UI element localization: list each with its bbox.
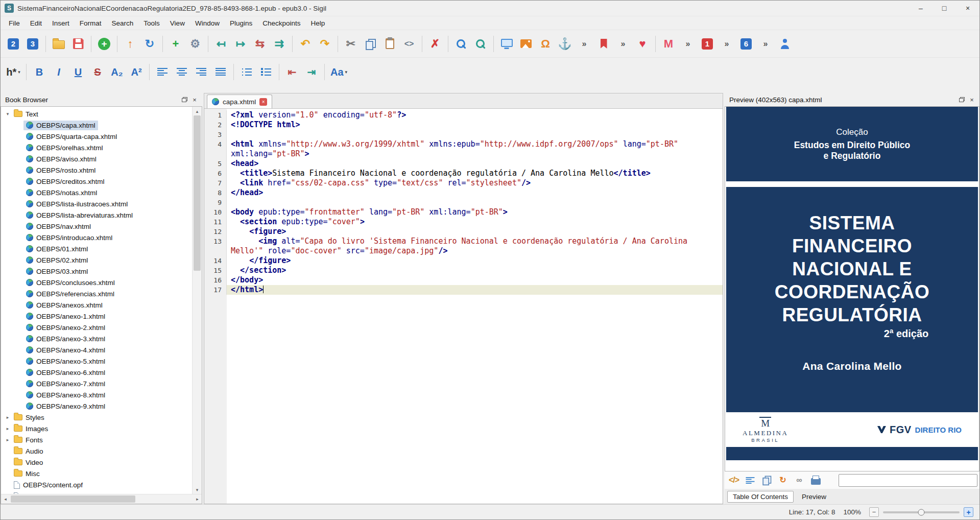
code-text[interactable]: <link href="css/02-capa.css" type="text/…: [227, 178, 723, 188]
tree-folder-fonts[interactable]: ▸Fonts: [1, 434, 192, 445]
preview-find-input[interactable]: [839, 474, 977, 487]
heading-style-button[interactable]: h*▾: [4, 61, 23, 83]
tree-item[interactable]: OEBPS/capa.xhtml: [1, 120, 192, 131]
align-left-button[interactable]: [153, 61, 172, 83]
epub3-button[interactable]: 3: [23, 33, 42, 55]
copy-page-button[interactable]: [759, 473, 774, 487]
menu-plugins[interactable]: Plugins: [225, 17, 257, 29]
anchor-button[interactable]: ⚓: [555, 33, 575, 55]
zoom-slider[interactable]: [883, 511, 960, 513]
zoom-slider-handle[interactable]: [918, 509, 925, 515]
tab-capa-xhtml[interactable]: capa.xhtml ×: [207, 94, 272, 108]
menu-edit[interactable]: Edit: [25, 17, 47, 29]
maximize-button[interactable]: □: [933, 1, 956, 16]
inspect-button[interactable]: </>: [727, 473, 741, 487]
tree-item[interactable]: OEBPS/notas.xhtml: [1, 187, 192, 198]
find-replace-button[interactable]: [471, 33, 490, 55]
tree-item[interactable]: OEBPS/01.xhtml: [1, 243, 192, 254]
code-text[interactable]: [227, 130, 723, 139]
delete-button[interactable]: ✗: [425, 33, 445, 55]
code-text[interactable]: <head>: [227, 159, 723, 169]
numbered-list-button[interactable]: [256, 61, 276, 83]
code-text[interactable]: </head>: [227, 188, 723, 198]
special-characters-button[interactable]: Ω: [536, 33, 555, 55]
tree-horizontal-scrollbar[interactable]: ◂ ▸: [1, 494, 202, 504]
print-button[interactable]: [808, 473, 823, 487]
split-at-markers-button[interactable]: ⇉: [270, 33, 289, 55]
tab-preview[interactable]: Preview: [796, 491, 832, 503]
tree-item[interactable]: OEBPS/anexo-8.xhtml: [1, 389, 192, 400]
float-panel-icon[interactable]: [957, 95, 967, 104]
refresh-button[interactable]: ↻: [776, 473, 790, 487]
italic-button[interactable]: I: [49, 61, 68, 83]
mail-plugin-button[interactable]: M: [659, 33, 678, 55]
code-text[interactable]: </body>: [227, 275, 723, 285]
tree-item[interactable]: OEBPS/content.opf: [1, 479, 192, 490]
zoom-in-button[interactable]: +: [964, 507, 973, 517]
tree-item[interactable]: OEBPS/03.xhtml: [1, 266, 192, 277]
tree-item[interactable]: OEBPS/referencias.xhtml: [1, 288, 192, 299]
menu-view[interactable]: View: [165, 17, 190, 29]
tree-item[interactable]: OEBPS/quarta-capa.xhtml: [1, 131, 192, 142]
insert-plus-button[interactable]: +: [166, 33, 185, 55]
menu-search[interactable]: Search: [107, 17, 139, 29]
insert-image-button[interactable]: [516, 33, 536, 55]
tree-folder-styles[interactable]: ▸Styles: [1, 412, 192, 423]
tree-item[interactable]: OEBPS/rosto.xhtml: [1, 164, 192, 176]
tree-vertical-scrollbar[interactable]: ▴ ▾: [192, 107, 202, 494]
menu-format[interactable]: Format: [75, 17, 107, 29]
close-panel-icon[interactable]: ×: [189, 95, 200, 104]
code-text[interactable]: <?xml version="1.0" encoding="utf-8"?>: [227, 110, 723, 120]
tree-item[interactable]: OEBPS/introducao.xhtml: [1, 232, 192, 243]
tree-item[interactable]: OEBPS/lista-ilustracoes.xhtml: [1, 198, 192, 209]
tree-item[interactable]: OEBPS/conclusoes.xhtml: [1, 277, 192, 288]
tab-close-icon[interactable]: ×: [259, 98, 267, 106]
minimize-button[interactable]: –: [909, 1, 933, 16]
scrollbar-thumb[interactable]: [194, 115, 201, 271]
bullet-list-button[interactable]: [237, 61, 256, 83]
scroll-right-icon[interactable]: ▸: [193, 494, 202, 504]
code-text[interactable]: <html xmlns="http://www.w3.org/1999/xhtm…: [227, 139, 723, 159]
preview-window-button[interactable]: [497, 33, 516, 55]
tree-item[interactable]: OEBPS/nav.xhtml: [1, 221, 192, 232]
toolbar-overflow-button[interactable]: »: [756, 33, 775, 55]
code-view-button[interactable]: <>: [399, 33, 419, 55]
tree-item[interactable]: OEBPS/anexo-1.xhtml: [1, 311, 192, 322]
undo-button[interactable]: ↶: [296, 33, 315, 55]
tree-item[interactable]: OEBPS/lista-abreviaturas.xhtml: [1, 209, 192, 221]
toolbar-overflow-button[interactable]: »: [575, 33, 594, 55]
float-panel-icon[interactable]: [179, 95, 189, 104]
merge-files-button[interactable]: ⇆: [250, 33, 270, 55]
align-right-button[interactable]: [192, 61, 211, 83]
code-text[interactable]: <section epub:type="cover">: [227, 217, 723, 227]
link-button[interactable]: ∞: [792, 473, 806, 487]
strikethrough-button[interactable]: S: [88, 61, 107, 83]
tree-item[interactable]: OEBPS/anexo-3.xhtml: [1, 333, 192, 344]
paste-button[interactable]: [380, 33, 399, 55]
outdent-button[interactable]: ⇤: [282, 61, 302, 83]
toolbar-overflow-button[interactable]: »: [717, 33, 736, 55]
open-folder-button[interactable]: [49, 33, 68, 55]
reload-button[interactable]: ↻: [140, 33, 159, 55]
align-center-button[interactable]: [172, 61, 192, 83]
underline-button[interactable]: U: [68, 61, 88, 83]
menu-tools[interactable]: Tools: [138, 17, 165, 29]
cut-button[interactable]: ✂: [341, 33, 361, 55]
tree-folder-video[interactable]: Video: [1, 457, 192, 468]
tree-folder-images[interactable]: ▸Images: [1, 423, 192, 434]
menu-help[interactable]: Help: [305, 17, 330, 29]
code-text[interactable]: </section>: [227, 266, 723, 275]
tree-item[interactable]: OEBPS/orelhas.xhtml: [1, 142, 192, 153]
toolbar-overflow-button[interactable]: »: [613, 33, 633, 55]
bold-button[interactable]: B: [30, 61, 49, 83]
heart-button[interactable]: ♥: [633, 33, 652, 55]
code-text[interactable]: <title>Sistema Financeiro Nacional e coo…: [227, 169, 723, 178]
tree-item[interactable]: OEBPS/anexo-6.xhtml: [1, 367, 192, 378]
menu-file[interactable]: File: [4, 17, 25, 29]
toc-list-button[interactable]: [743, 473, 757, 487]
superscript-button[interactable]: A²: [127, 61, 146, 83]
tab-table-of-contents[interactable]: Table Of Contents: [727, 491, 794, 503]
code-text[interactable]: <figure>: [227, 227, 723, 237]
up-level-button[interactable]: ↑: [121, 33, 140, 55]
tree-item[interactable]: OEBPS/anexo-4.xhtml: [1, 344, 192, 356]
